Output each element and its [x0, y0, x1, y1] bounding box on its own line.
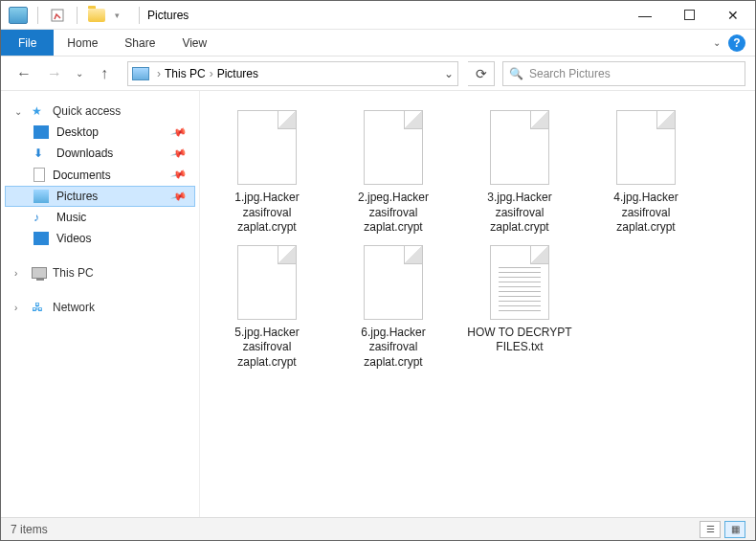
sidebar-item-network[interactable]: › 🖧 Network: [5, 297, 195, 318]
file-icon: [490, 110, 549, 185]
qat: ▾ Pictures: [1, 4, 189, 27]
star-icon: ★: [32, 104, 47, 118]
refresh-button[interactable]: ⟳: [468, 61, 495, 86]
file-name: 5.jpg.Hacker zasifroval zaplat.crypt: [213, 326, 321, 371]
back-button[interactable]: ←: [11, 60, 37, 87]
file-name: 1.jpg.Hacker zasifroval zaplat.crypt: [213, 191, 321, 236]
pin-icon: 📌: [170, 145, 189, 162]
tree-caret-icon[interactable]: ⌄: [14, 106, 26, 117]
status-bar: 7 items ☰ ▦: [1, 517, 755, 540]
network-icon: 🖧: [32, 301, 47, 314]
quick-access-label: Quick access: [53, 104, 121, 118]
file-item[interactable]: HOW TO DECRYPT FILES.txt: [466, 245, 573, 371]
file-tab[interactable]: File: [1, 30, 54, 56]
sidebar-label: Downloads: [56, 147, 113, 160]
qat-dropdown-icon[interactable]: ▾: [110, 4, 123, 27]
thispc-icon: [32, 267, 47, 279]
search-placeholder: Search Pictures: [529, 67, 611, 80]
help-icon[interactable]: ?: [728, 34, 745, 52]
crumb-chevron-icon[interactable]: ›: [157, 67, 161, 80]
file-name: 2.jpeg.Hacker zasifroval zaplat.crypt: [340, 191, 447, 236]
close-button[interactable]: ✕: [711, 1, 755, 30]
sidebar-label: Network: [53, 301, 95, 314]
pin-icon: 📌: [170, 124, 189, 141]
downloads-icon: ⬇: [33, 147, 49, 160]
ribbon-expand-icon[interactable]: ⌄: [713, 37, 721, 48]
ribbon-tabs: File Home Share View ⌄ ?: [1, 30, 755, 56]
file-icon: [237, 110, 297, 185]
file-item[interactable]: 6.jpg.Hacker zasifroval zaplat.crypt: [340, 245, 447, 371]
item-count: 7 items: [11, 523, 48, 536]
music-icon: ♪: [33, 211, 49, 224]
desktop-icon: [33, 125, 49, 139]
title-separator: [139, 7, 140, 24]
file-icon: [616, 110, 676, 185]
recent-dropdown-icon[interactable]: ⌄: [72, 60, 87, 87]
up-button[interactable]: ↑: [91, 60, 118, 87]
view-tab[interactable]: View: [168, 30, 220, 56]
search-input[interactable]: 🔍 Search Pictures: [502, 61, 745, 86]
videos-icon: [33, 232, 49, 245]
window-title: Pictures: [147, 9, 189, 22]
navbar: ← → ⌄ ↑ › This PC › Pictures ⌄ ⟳ 🔍 Searc…: [1, 56, 755, 91]
pin-icon: 📌: [170, 188, 189, 205]
sidebar-item-documents[interactable]: Documents📌: [5, 164, 195, 186]
file-icon: [364, 110, 423, 185]
maximize-button[interactable]: [667, 1, 711, 30]
file-name: 4.jpg.Hacker zasifroval zaplat.crypt: [592, 191, 700, 236]
sidebar-item-pictures[interactable]: Pictures📌: [5, 186, 195, 207]
sidebar-label: This PC: [53, 266, 94, 280]
documents-icon: [33, 168, 45, 182]
tree-caret-icon[interactable]: ›: [14, 303, 26, 313]
sidebar-label: Music: [56, 211, 86, 224]
file-item[interactable]: 1.jpg.Hacker zasifroval zaplat.crypt: [213, 110, 321, 236]
share-tab[interactable]: Share: [111, 30, 168, 56]
sidebar-item-downloads[interactable]: ⬇Downloads📌: [5, 143, 195, 164]
sidebar-label: Pictures: [56, 190, 98, 203]
quick-access-header[interactable]: ⌄ ★ Quick access: [5, 101, 195, 122]
file-item[interactable]: 5.jpg.Hacker zasifroval zaplat.crypt: [213, 245, 321, 371]
crumb-thispc[interactable]: This PC: [165, 67, 206, 80]
crumb-chevron-icon[interactable]: ›: [210, 67, 213, 80]
forward-button[interactable]: →: [41, 60, 68, 87]
txt-file-icon: [490, 245, 549, 320]
sidebar-label: Videos: [56, 232, 91, 245]
svg-rect-1: [684, 11, 694, 20]
file-item[interactable]: 3.jpg.Hacker zasifroval zaplat.crypt: [466, 110, 573, 236]
explorer-icon[interactable]: [7, 4, 30, 27]
sidebar-label: Desktop: [56, 125, 99, 139]
sidebar-item-videos[interactable]: Videos: [5, 228, 195, 249]
minimize-button[interactable]: —: [623, 1, 667, 30]
address-dropdown-icon[interactable]: ⌄: [444, 67, 454, 80]
window-controls: — ✕: [623, 1, 755, 30]
search-icon: 🔍: [509, 67, 523, 80]
details-view-button[interactable]: ☰: [700, 521, 721, 538]
address-bar[interactable]: › This PC › Pictures ⌄: [127, 61, 458, 86]
location-icon: [132, 67, 149, 80]
file-icon: [237, 245, 297, 320]
qat-separator: [37, 7, 38, 24]
pictures-icon: [33, 190, 49, 203]
tree-caret-icon[interactable]: ›: [14, 268, 26, 279]
icons-view-button[interactable]: ▦: [724, 521, 745, 538]
sidebar-item-music[interactable]: ♪Music: [5, 207, 195, 228]
crumb-folder[interactable]: Pictures: [217, 67, 258, 80]
nav-pane: ⌄ ★ Quick access Desktop📌 ⬇Downloads📌 Do…: [1, 91, 200, 518]
sidebar-item-desktop[interactable]: Desktop📌: [5, 122, 195, 143]
sidebar-label: Documents: [53, 169, 111, 182]
qat-separator: [77, 7, 78, 24]
file-item[interactable]: 4.jpg.Hacker zasifroval zaplat.crypt: [592, 110, 700, 236]
file-name: 6.jpg.Hacker zasifroval zaplat.crypt: [340, 326, 447, 371]
file-name: HOW TO DECRYPT FILES.txt: [466, 326, 573, 355]
file-item[interactable]: 2.jpeg.Hacker zasifroval zaplat.crypt: [340, 110, 447, 236]
home-tab[interactable]: Home: [54, 30, 111, 56]
file-area[interactable]: 1.jpg.Hacker zasifroval zaplat.crypt 2.j…: [200, 91, 755, 518]
file-name: 3.jpg.Hacker zasifroval zaplat.crypt: [466, 191, 573, 236]
qat-properties-icon[interactable]: [46, 4, 69, 27]
sidebar-item-thispc[interactable]: › This PC: [5, 262, 195, 283]
file-icon: [364, 245, 423, 320]
folder-icon[interactable]: [85, 4, 108, 27]
pin-icon: 📌: [170, 166, 189, 183]
titlebar: ▾ Pictures — ✕: [1, 1, 755, 30]
